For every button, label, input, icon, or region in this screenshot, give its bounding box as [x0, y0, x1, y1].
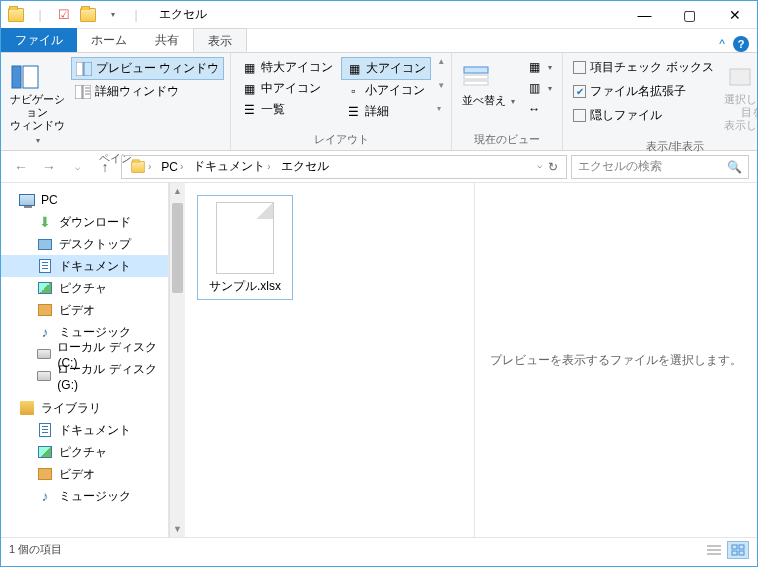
tree-downloads[interactable]: ⬇ダウンロード — [1, 211, 168, 233]
view-small-icons[interactable]: ▫小アイコン — [341, 80, 431, 101]
details-pane-button[interactable]: 詳細ウィンドウ — [71, 81, 224, 102]
music-icon: ♪ — [37, 488, 53, 504]
tree-desktop[interactable]: デスクトップ — [1, 233, 168, 255]
forward-button[interactable]: → — [37, 155, 61, 179]
size-columns-button[interactable]: ↔ — [522, 99, 556, 119]
view-list[interactable]: ☰一覧 — [237, 99, 337, 120]
sort-by-button[interactable]: 並べ替え ▾ — [458, 57, 518, 130]
preview-pane-button[interactable]: プレビュー ウィンドウ — [71, 57, 224, 80]
file-extensions-toggle[interactable]: ✔ファイル名拡張子 — [569, 81, 717, 102]
add-columns-button[interactable]: ▥▾ — [522, 78, 556, 98]
navigation-pane-button[interactable]: ナビゲーション ウィンドウ ▾ — [7, 57, 67, 149]
maximize-button[interactable]: ▢ — [667, 1, 712, 29]
svg-rect-4 — [75, 85, 82, 99]
refresh-icon[interactable]: ↻ — [548, 160, 558, 174]
search-icon[interactable]: 🔍 — [727, 160, 742, 174]
details-icon: ☰ — [345, 104, 361, 120]
quick-access-toolbar: | ☑ ▾ | — [1, 4, 151, 26]
tree-pc[interactable]: PC — [1, 189, 168, 211]
tab-home[interactable]: ホーム — [77, 28, 141, 52]
details-pane-label: 詳細ウィンドウ — [95, 83, 179, 100]
view-details[interactable]: ☰詳細 — [341, 101, 431, 122]
file-list[interactable]: サンプル.xlsx — [185, 183, 475, 537]
app-icon[interactable] — [5, 4, 27, 26]
breadcrumb-documents[interactable]: ドキュメント› — [189, 158, 274, 175]
qat-dropdown[interactable]: ▾ — [101, 4, 123, 26]
tree-disk-g[interactable]: ローカル ディスク (G:) — [1, 365, 168, 387]
breadcrumb-excel[interactable]: エクセル — [277, 158, 333, 175]
help-icon[interactable]: ? — [733, 36, 749, 52]
breadcrumb-history-icon[interactable]: ⌵ — [537, 160, 542, 174]
small-icon: ▫ — [345, 83, 361, 99]
search-box[interactable]: エクセルの検索 🔍 — [571, 155, 749, 179]
svg-rect-20 — [732, 545, 737, 549]
qat-sep: | — [29, 4, 51, 26]
qat-properties[interactable]: ☑ — [53, 4, 75, 26]
back-button[interactable]: ← — [9, 155, 33, 179]
tab-share[interactable]: 共有 — [141, 28, 193, 52]
ribbon-group-current-view: 並べ替え ▾ ▦▾ ▥▾ ↔ 現在のビュー — [452, 53, 563, 150]
checkbox-checked-icon: ✔ — [573, 85, 586, 98]
ribbon: ナビゲーション ウィンドウ ▾ プレビュー ウィンドウ 詳細ウィンドウ ペイン … — [1, 53, 757, 151]
view-large-icons[interactable]: ▦大アイコン — [341, 57, 431, 80]
layout-scroll-up[interactable]: ▲ — [437, 57, 445, 66]
svg-rect-11 — [464, 81, 488, 85]
file-thumbnail — [216, 202, 274, 274]
breadcrumb[interactable]: › PC› ドキュメント› エクセル ⌵ ↻ — [121, 155, 567, 179]
file-pane: サンプル.xlsx プレビューを表示するファイルを選択します。 — [185, 183, 757, 537]
tree-videos[interactable]: ビデオ — [1, 299, 168, 321]
preview-pane: プレビューを表示するファイルを選択します。 — [475, 183, 757, 537]
list-icon: ☰ — [241, 102, 257, 118]
tree-lib-pictures[interactable]: ピクチャ — [1, 441, 168, 463]
tab-view[interactable]: 表示 — [193, 28, 247, 52]
file-item-sample[interactable]: サンプル.xlsx — [197, 195, 293, 300]
ribbon-group-show-hide: 項目チェック ボックス ✔ファイル名拡張子 隠しファイル 選択した項目を 表示し… — [563, 53, 758, 150]
svg-rect-12 — [730, 69, 750, 85]
qat-sep2: | — [125, 4, 147, 26]
up-button[interactable]: ↑ — [93, 155, 117, 179]
tree-lib-documents[interactable]: ドキュメント — [1, 419, 168, 441]
hide-selected-label: 選択した項目を 表示しない — [724, 93, 758, 131]
content-area: PC ⬇ダウンロード デスクトップ ドキュメント ピクチャ ビデオ ♪ミュージッ… — [1, 183, 757, 537]
tree-documents[interactable]: ドキュメント — [1, 255, 168, 277]
navigation-tree[interactable]: PC ⬇ダウンロード デスクトップ ドキュメント ピクチャ ビデオ ♪ミュージッ… — [1, 183, 169, 537]
breadcrumb-root[interactable]: › — [126, 160, 155, 174]
ribbon-group-panes: ナビゲーション ウィンドウ ▾ プレビュー ウィンドウ 詳細ウィンドウ ペイン — [1, 53, 231, 150]
layout-more[interactable]: ▾ — [437, 104, 445, 113]
svg-rect-1 — [23, 66, 38, 88]
recent-locations-button[interactable]: ⌵ — [65, 155, 89, 179]
window-title: エクセル — [151, 6, 622, 23]
svg-rect-2 — [76, 62, 83, 76]
title-bar: | ☑ ▾ | エクセル — ▢ ✕ — [1, 1, 757, 29]
tree-scrollbar[interactable]: ▲ ▼ — [169, 183, 185, 537]
scroll-down-icon[interactable]: ▼ — [170, 521, 185, 537]
ribbon-tabs: ファイル ホーム 共有 表示 ^ ? — [1, 29, 757, 53]
minimize-button[interactable]: — — [622, 1, 667, 29]
hidden-items-toggle[interactable]: 隠しファイル — [569, 105, 717, 126]
search-placeholder: エクセルの検索 — [578, 158, 662, 175]
status-bar: 1 個の項目 — [1, 537, 757, 561]
tree-pictures[interactable]: ピクチャ — [1, 277, 168, 299]
svg-rect-0 — [12, 66, 21, 88]
current-view-group-label: 現在のビュー — [458, 130, 556, 150]
qat-folder[interactable] — [77, 4, 99, 26]
view-xlarge-icons[interactable]: ▦特大アイコン — [237, 57, 337, 78]
hide-selected-icon — [724, 61, 756, 93]
medium-icon: ▦ — [241, 81, 257, 97]
breadcrumb-pc[interactable]: PC› — [157, 160, 187, 174]
view-medium-icons[interactable]: ▦中アイコン — [237, 78, 337, 99]
collapse-ribbon-icon[interactable]: ^ — [719, 37, 725, 51]
item-checkboxes-toggle[interactable]: 項目チェック ボックス — [569, 57, 717, 78]
tree-lib-music[interactable]: ♪ミュージック — [1, 485, 168, 507]
hide-selected-button[interactable]: 選択した項目を 表示しない — [722, 57, 758, 137]
tab-file[interactable]: ファイル — [1, 28, 77, 52]
details-view-button[interactable] — [703, 541, 725, 559]
scroll-up-icon[interactable]: ▲ — [170, 183, 185, 199]
thumbnails-view-button[interactable] — [727, 541, 749, 559]
group-by-button[interactable]: ▦▾ — [522, 57, 556, 77]
scroll-thumb[interactable] — [172, 203, 183, 293]
layout-scroll-down[interactable]: ▼ — [437, 81, 445, 90]
close-button[interactable]: ✕ — [712, 1, 757, 29]
tree-libraries[interactable]: ライブラリ — [1, 397, 168, 419]
tree-lib-videos[interactable]: ビデオ — [1, 463, 168, 485]
